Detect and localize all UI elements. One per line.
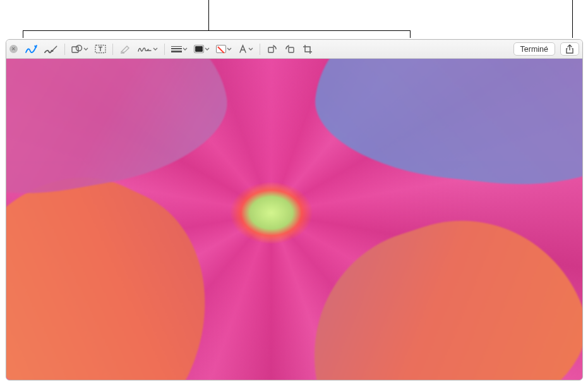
brush-icon <box>44 44 58 54</box>
callout-leader-tick-right <box>410 30 411 38</box>
markup-window: Terminé <box>6 39 583 380</box>
share-icon <box>565 44 574 54</box>
rotate-right-icon <box>285 44 295 54</box>
svg-rect-5 <box>289 47 294 52</box>
toolbar-separator <box>260 44 260 55</box>
callout-area <box>0 0 588 35</box>
chevron-down-icon <box>183 47 188 51</box>
crop-button[interactable] <box>299 42 316 56</box>
rotate-right-button[interactable] <box>282 42 298 56</box>
text-style-icon <box>238 44 248 54</box>
chevron-down-icon <box>205 47 210 51</box>
line-weight-dropdown-button[interactable] <box>169 42 190 56</box>
rotate-left-button[interactable] <box>264 42 280 56</box>
svg-point-0 <box>51 49 54 51</box>
svg-rect-1 <box>72 47 78 52</box>
chevron-down-icon <box>83 47 88 51</box>
svg-rect-4 <box>268 47 273 52</box>
svg-point-2 <box>76 46 82 51</box>
shapes-icon <box>71 44 83 54</box>
border-color-dropdown-button[interactable] <box>191 42 212 56</box>
chevron-down-icon <box>227 47 232 51</box>
text-style-dropdown-button[interactable] <box>236 42 256 56</box>
rotate-left-icon <box>267 44 277 54</box>
sign-dropdown-button[interactable] <box>135 42 160 56</box>
highlighter-icon <box>119 44 131 54</box>
callout-leader-stem-right <box>572 0 573 38</box>
fill-color-dropdown-button[interactable] <box>213 42 234 56</box>
markup-toolbar: Terminé <box>6 40 582 59</box>
line-weight-icon <box>171 46 182 52</box>
image-canvas[interactable] <box>6 59 582 380</box>
sketch-icon <box>25 44 38 54</box>
chevron-down-icon <box>248 47 253 51</box>
toolbar-separator <box>164 44 165 55</box>
callout-leader-stem-left <box>208 0 209 30</box>
done-button[interactable]: Terminé <box>513 42 555 56</box>
chevron-down-icon <box>153 47 158 51</box>
shapes-dropdown-button[interactable] <box>69 42 91 56</box>
callout-leader-horizontal <box>23 30 411 31</box>
text-box-icon <box>95 44 106 54</box>
toolbar-separator <box>112 44 113 55</box>
sketch-tool-button[interactable] <box>23 42 40 56</box>
text-tool-button[interactable] <box>92 42 109 56</box>
signature-icon <box>137 44 152 54</box>
crop-icon <box>303 44 313 54</box>
close-button[interactable] <box>9 45 18 53</box>
draw-tool-button[interactable] <box>42 42 61 56</box>
toolbar-separator <box>64 44 65 55</box>
border-color-swatch-icon <box>194 45 204 53</box>
callout-leader-tick-left <box>23 30 23 38</box>
highlight-tool-button[interactable] <box>117 42 133 56</box>
share-button[interactable] <box>560 42 579 56</box>
fill-color-swatch-icon <box>216 45 226 53</box>
